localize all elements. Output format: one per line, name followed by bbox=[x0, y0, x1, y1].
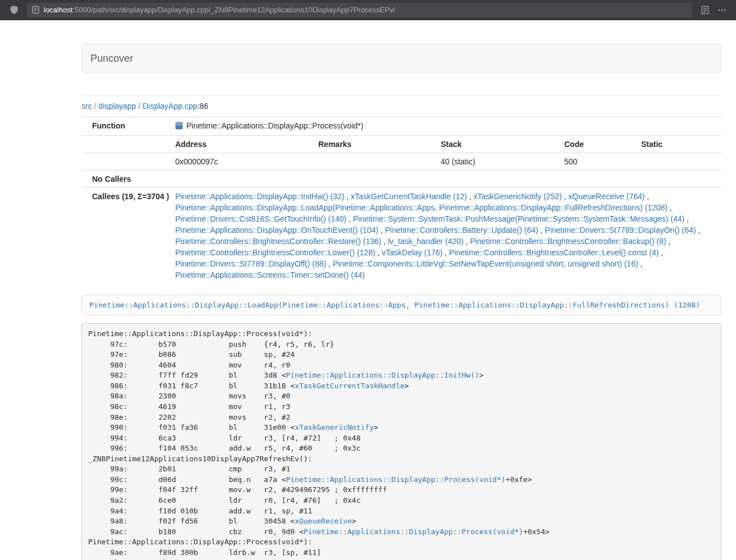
disassembly-symbol-link[interactable]: Pinetime::Applications::DisplayApp::Proc… bbox=[286, 475, 505, 484]
column-header-address: Address bbox=[171, 136, 314, 153]
callee-link[interactable]: Pinetime::Applications::DisplayApp::Init… bbox=[175, 192, 344, 201]
breadcrumb-file-link[interactable]: DisplayApp.cpp bbox=[143, 102, 197, 111]
breadcrumb-line-number: :86 bbox=[197, 102, 208, 111]
empty-label-cell bbox=[81, 136, 171, 153]
function-table: Function Pinetime::Applications::Display… bbox=[81, 117, 721, 283]
callee-link[interactable]: Pinetime::Controllers::Battery::Update()… bbox=[385, 226, 538, 235]
disassembly: Pinetime::Applications::DisplayApp::Proc… bbox=[81, 323, 721, 560]
static-value bbox=[637, 153, 721, 171]
callee-link[interactable]: Pinetime::Drivers::St7789::DisplayOn() (… bbox=[545, 226, 696, 235]
callee-link[interactable]: Pinetime::Components::LittleVgl::SetNewT… bbox=[333, 259, 638, 268]
callee-link[interactable]: Pinetime::Controllers::BrightnessControl… bbox=[449, 248, 659, 257]
callees-row: Callees (19, Σ=3704 ) Pinetime::Applicat… bbox=[81, 188, 721, 284]
column-header-stack: Stack bbox=[436, 136, 560, 153]
function-row-label: Function bbox=[81, 117, 171, 136]
callee-link[interactable]: Pinetime::Controllers::BrightnessControl… bbox=[175, 237, 381, 246]
breadcrumb-separator: / bbox=[94, 102, 97, 111]
no-callers-label: No Callers bbox=[81, 171, 171, 188]
callee-link[interactable]: Pinetime::Controllers::BrightnessControl… bbox=[470, 237, 666, 246]
no-callers-row: No Callers bbox=[81, 171, 721, 188]
breadcrumb-src-link[interactable]: src bbox=[81, 102, 92, 111]
url-bar[interactable]: localhost:5000/path/src/displayapp/Displ… bbox=[27, 3, 692, 17]
code-value: 500 bbox=[560, 153, 637, 171]
function-row: Function Pinetime::Applications::Display… bbox=[81, 117, 721, 136]
function-symbol-icon bbox=[175, 121, 183, 132]
callee-link[interactable]: xQueueReceive (764) bbox=[568, 192, 644, 201]
address-value: 0x0000097c bbox=[171, 153, 314, 171]
breadcrumb-displayapp-link[interactable]: displayapp bbox=[98, 102, 136, 111]
column-header-remarks: Remarks bbox=[314, 136, 436, 153]
callees-label: Callees (19, Σ=3704 ) bbox=[81, 188, 171, 284]
empty-label-cell bbox=[81, 153, 171, 171]
reader-view-icon[interactable] bbox=[697, 3, 714, 17]
callee-link[interactable]: Pinetime::Controllers::BrightnessControl… bbox=[175, 248, 375, 257]
tracking-shield-icon[interactable] bbox=[6, 3, 22, 17]
breadcrumb-separator: / bbox=[138, 102, 140, 111]
url-host: localhost bbox=[44, 6, 72, 14]
callee-link[interactable]: Pinetime::Drivers::Cst816S::GetTouchInfo… bbox=[175, 214, 346, 223]
callee-link[interactable]: vTaskDelay (176) bbox=[382, 248, 442, 257]
disassembly-symbol-link[interactable]: Pinetime::Applications::DisplayApp::Init… bbox=[286, 371, 479, 379]
callee-link[interactable]: Pinetime::Drivers::St7789::DisplayOff() … bbox=[175, 259, 326, 268]
breadcrumb: src / displayapp / DisplayApp.cpp:86 bbox=[81, 101, 721, 111]
no-callers-cell bbox=[171, 171, 721, 188]
brand-link[interactable]: Puncover bbox=[90, 53, 133, 65]
page-container: Puncover src / displayapp / DisplayApp.c… bbox=[81, 44, 721, 560]
highlighted-symbol-box: Pinetime::Applications::DisplayApp::Load… bbox=[81, 295, 721, 315]
callee-link[interactable]: Pinetime::Applications::DisplayApp::Load… bbox=[175, 203, 668, 212]
divider bbox=[81, 95, 721, 95]
remarks-value bbox=[314, 153, 436, 171]
page-info-icon bbox=[32, 6, 39, 14]
navbar: Puncover bbox=[81, 44, 721, 73]
metrics-values-row: 0x0000097c 40 (static) 500 bbox=[81, 153, 721, 171]
callee-link[interactable]: xTaskGenericNotify (252) bbox=[473, 192, 561, 201]
highlighted-symbol-link[interactable]: Pinetime::Applications::DisplayApp::Load… bbox=[89, 301, 700, 309]
browser-toolbar: localhost:5000/path/src/displayapp/Displ… bbox=[0, 0, 736, 20]
disassembly-symbol-link[interactable]: xTaskGenericNotify bbox=[295, 423, 374, 432]
disassembly-symbol-link[interactable]: xQueueReceive bbox=[295, 517, 352, 525]
callees-list: Pinetime::Applications::DisplayApp::Init… bbox=[171, 188, 721, 284]
function-signature: Pinetime::Applications::DisplayApp::Proc… bbox=[186, 121, 363, 130]
callee-link[interactable]: Pinetime::System::SystemTask::PushMessag… bbox=[353, 214, 685, 223]
callee-link[interactable]: xTaskGetCurrentTaskHandle (12) bbox=[351, 192, 467, 201]
callee-link[interactable]: lv_task_handler (420) bbox=[388, 237, 464, 246]
function-signature-cell: Pinetime::Applications::DisplayApp::Proc… bbox=[171, 117, 721, 136]
overflow-menu-icon[interactable] bbox=[714, 3, 730, 17]
callee-link[interactable]: Pinetime::Applications::DisplayApp::OnTo… bbox=[175, 226, 378, 235]
disassembly-symbol-link[interactable]: Pinetime::Applications::DisplayApp::Proc… bbox=[304, 527, 523, 536]
disassembly-symbol-link[interactable]: xTaskGetCurrentTaskHandle bbox=[295, 382, 405, 390]
column-header-static: Static bbox=[637, 136, 721, 153]
callee-link[interactable]: Pinetime::Applications::Screens::Timer::… bbox=[175, 270, 365, 279]
url-path: :5000/path/src/displayapp/DisplayApp.cpp… bbox=[72, 6, 395, 14]
metrics-header-row: Address Remarks Stack Code Static bbox=[81, 136, 721, 153]
column-header-code: Code bbox=[560, 136, 637, 153]
stack-value: 40 (static) bbox=[436, 153, 560, 171]
